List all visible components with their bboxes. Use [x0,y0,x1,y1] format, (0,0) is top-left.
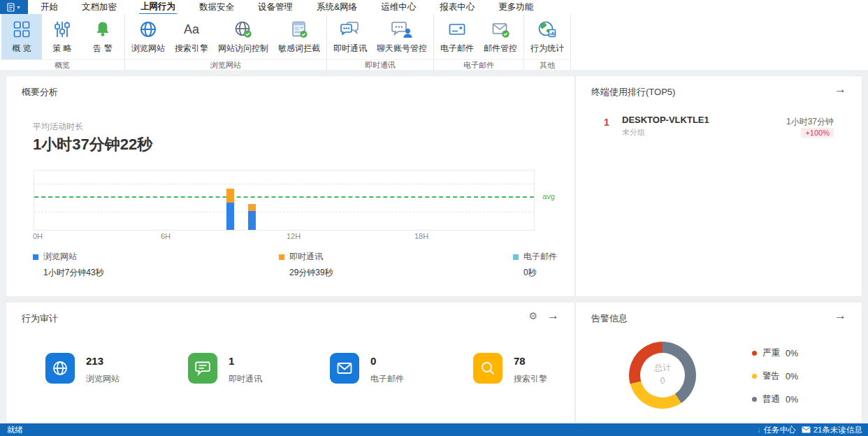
activity-xticks: 0H6H12H18H [34,232,533,242]
ribbon-item-label: 敏感词拦截 [278,43,320,54]
ranking-panel: 终端使用排行(TOP5) → 1 DESKTOP-VLKTLE1 未分组 1小时… [575,75,862,297]
arrow-right-icon[interactable]: → [834,83,846,95]
legend-dot [752,397,757,402]
x-tick-label: 6H [161,232,171,240]
document-icon [7,3,15,12]
menu-tab-report-center[interactable]: 报表中心 [438,0,476,14]
ribbon-item-behavior-stats[interactable]: 行为统计 [526,14,569,59]
arrow-right-icon[interactable]: → [547,310,559,321]
legend-email: 电子邮件 0秒 [513,251,557,279]
legend-name: 即时通讯 [289,251,323,263]
avg-duration-value: 1小时37分钟22秒 [33,134,152,155]
stat-browse-sites[interactable]: 213 浏览网站 [45,353,120,385]
ribbon-item-label: 即时通讯 [333,43,367,54]
legend-im: 即时通讯 29分钟39秒 [279,251,333,279]
arrow-right-icon[interactable]: → [834,310,846,321]
task-center-button[interactable]: ↓ 任务中心 [757,425,796,435]
ribbon: 概 览 策 略 告 警 概览 [0,14,868,71]
menu-tab-doc-encrypt[interactable]: 文档加密 [80,0,118,14]
stat-email[interactable]: 0 电子邮件 [330,353,404,385]
bar-segment [226,189,234,203]
x-tick-label: 18H [414,232,428,240]
menu-tab-system-network[interactable]: 系统&网络 [315,0,359,14]
ribbon-item-mail-control[interactable]: 邮件管控 [479,14,522,59]
ribbon-item-label: 搜索引擎 [175,43,208,54]
menu-tab-more[interactable]: 更多功能 [497,0,535,14]
ribbon-item-sensitive-word-block[interactable]: 敏感词拦截 [273,14,325,59]
ribbon-group-im: 即时通讯 聊天账号管控 即时通讯 [327,14,434,70]
unread-messages-button[interactable]: 21条未读信息 [802,425,862,435]
stat-label: 电子邮件 [370,373,404,385]
alarm-legend-critical: 严重 0% [752,347,798,359]
audit-panel: 行为审计 ⚙ → 213 浏览网站 1 即时 [6,302,575,423]
ribbon-item-site-access-control[interactable]: 网站访问控制 [213,14,273,59]
menu-tab-ops-center[interactable]: 运维中心 [379,0,417,14]
ribbon-item-im[interactable]: 即时通讯 [328,14,372,59]
ribbon-item-browse-site[interactable]: 浏览网站 [126,14,170,59]
panel-title: 告警信息 [591,312,628,325]
stat-search[interactable]: 78 搜索引擎 [473,353,547,385]
stat-im[interactable]: 1 即时通讯 [188,353,262,385]
legend-value: 0% [786,349,798,358]
ribbon-item-search-engine[interactable]: Aa 搜索引擎 [170,14,213,59]
stat-value: 0 [370,355,404,367]
chat-bubbles-icon [340,17,361,41]
menu-bar: ▼ 开始 文档加密 上网行为 数据安全 设备管理 系统&网络 运维中心 报表中心… [0,0,868,14]
ribbon-group-label: 概览 [0,59,124,70]
terminal-group: 未分组 [622,127,645,138]
legend-swatch [33,254,38,260]
ribbon-item-label: 邮件管控 [484,43,517,54]
ribbon-item-overview[interactable]: 概 览 [1,14,42,59]
legend-swatch [279,254,284,260]
stat-value: 213 [86,355,120,367]
legend-dot [752,351,757,356]
bar-segment [248,211,256,230]
ribbon-item-email[interactable]: 电子邮件 [435,14,479,59]
bell-icon [93,17,113,41]
ribbon-item-policy[interactable]: 策 略 [42,14,82,59]
status-bar: 就绪 ↓ 任务中心 21条未读信息 [0,423,868,436]
document-check-icon [289,17,309,41]
gear-icon[interactable]: ⚙ [528,311,537,321]
menu-tab-device-mgmt[interactable]: 设备管理 [256,0,294,14]
ribbon-item-alert[interactable]: 告 警 [82,14,123,59]
globe-check-icon [233,17,253,41]
gridline [34,212,534,212]
main-area: 概要分析 平均活动时长 1小时37分钟22秒 avg 0H6H12H18H 浏览… [0,70,868,423]
menu-tab-internet-behavior[interactable]: 上网行为 [139,0,177,15]
legend-name: 浏览网站 [43,251,77,263]
globe-icon [138,17,158,41]
message-icon [802,426,811,433]
alarm-legend-normal: 普通 0% [752,393,798,405]
app-menu-button[interactable]: ▼ [0,0,28,14]
ribbon-item-label: 网站访问控制 [218,43,268,54]
legend-name: 电子邮件 [523,251,557,263]
ribbon-item-chat-account-control[interactable]: 聊天账号管控 [372,14,432,59]
ribbon-group-browse: 浏览网站 Aa 搜索引擎 网站访问控制 [125,14,327,70]
stat-label: 搜索引擎 [514,373,547,385]
mail-icon [330,353,359,384]
donut-total-value: 0 [629,376,696,386]
x-tick-label: 12H [287,232,301,240]
legend-name: 严重 [762,347,780,359]
menu-tab-start[interactable]: 开始 [39,0,59,14]
panel-title: 概要分析 [22,86,58,99]
legend-value: 29分钟39秒 [289,267,333,279]
chat-icon [188,353,217,384]
download-arrow-icon: ↓ [757,425,761,435]
mail-icon [447,17,467,41]
stat-label: 浏览网站 [86,373,120,385]
menu-tab-data-security[interactable]: 数据安全 [198,0,236,14]
stat-label: 即时通讯 [229,373,262,385]
menu-tabs: 开始 文档加密 上网行为 数据安全 设备管理 系统&网络 运维中心 报表中心 更… [28,0,535,14]
ribbon-item-label: 概 览 [12,43,31,54]
chat-person-icon [391,17,413,41]
task-center-label: 任务中心 [764,425,796,435]
stat-value: 1 [229,355,262,367]
ribbon-group-label: 其他 [524,59,570,70]
svg-text:Aa: Aa [184,22,200,36]
change-badge: +100% [801,128,834,138]
ribbon-item-label: 电子邮件 [440,43,474,54]
legend-value: 0% [786,372,798,382]
donut-center-text: 总计 0 [629,362,696,386]
